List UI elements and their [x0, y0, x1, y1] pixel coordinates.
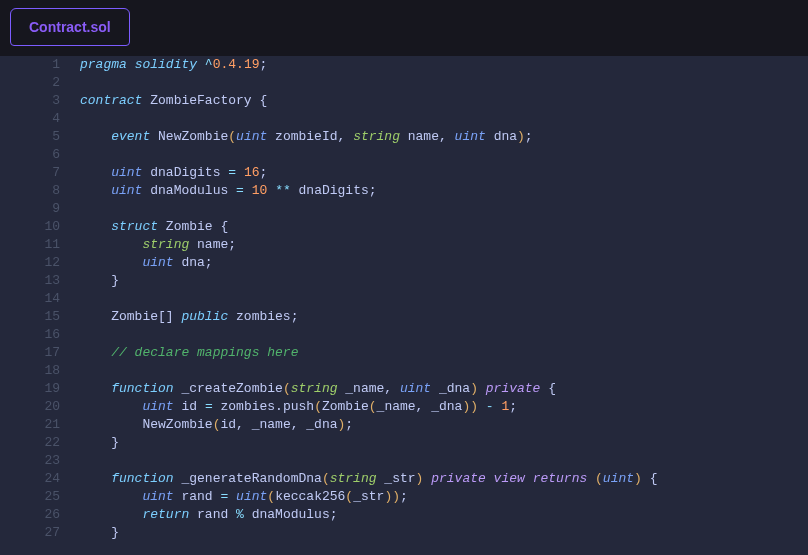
code-line[interactable]: 5 event NewZombie(uint zombieId, string …	[0, 128, 808, 146]
code-body: 1pragma solidity ^0.4.19;23contract Zomb…	[0, 56, 808, 542]
line-content: pragma solidity ^0.4.19;	[72, 56, 808, 74]
line-number: 25	[0, 488, 72, 506]
line-content: NewZombie(id, _name, _dna);	[72, 416, 808, 434]
code-line[interactable]: 12 uint dna;	[0, 254, 808, 272]
line-content: uint dnaModulus = 10 ** dnaDigits;	[72, 182, 808, 200]
line-content: // declare mappings here	[72, 344, 808, 362]
code-line[interactable]: 22 }	[0, 434, 808, 452]
code-editor[interactable]: 1pragma solidity ^0.4.19;23contract Zomb…	[0, 56, 808, 555]
line-number: 24	[0, 470, 72, 488]
line-number: 11	[0, 236, 72, 254]
line-number: 6	[0, 146, 72, 164]
line-content: function _createZombie(string _name, uin…	[72, 380, 808, 398]
line-number: 19	[0, 380, 72, 398]
code-line[interactable]: 10 struct Zombie {	[0, 218, 808, 236]
code-line[interactable]: 1pragma solidity ^0.4.19;	[0, 56, 808, 74]
line-number: 1	[0, 56, 72, 74]
line-number: 9	[0, 200, 72, 218]
line-number: 27	[0, 524, 72, 542]
line-content	[72, 200, 808, 218]
line-number: 23	[0, 452, 72, 470]
code-line[interactable]: 6	[0, 146, 808, 164]
line-content	[72, 326, 808, 344]
tab-bar: Contract.sol	[0, 0, 808, 56]
code-line[interactable]: 3contract ZombieFactory {	[0, 92, 808, 110]
code-line[interactable]: 24 function _generateRandomDna(string _s…	[0, 470, 808, 488]
line-number: 4	[0, 110, 72, 128]
line-content: }	[72, 524, 808, 542]
line-number: 8	[0, 182, 72, 200]
line-number: 14	[0, 290, 72, 308]
line-content: string name;	[72, 236, 808, 254]
line-content: contract ZombieFactory {	[72, 92, 808, 110]
code-line[interactable]: 15 Zombie[] public zombies;	[0, 308, 808, 326]
line-content: event NewZombie(uint zombieId, string na…	[72, 128, 808, 146]
line-content: function _generateRandomDna(string _str)…	[72, 470, 808, 488]
line-number: 18	[0, 362, 72, 380]
code-line[interactable]: 8 uint dnaModulus = 10 ** dnaDigits;	[0, 182, 808, 200]
line-number: 20	[0, 398, 72, 416]
line-number: 21	[0, 416, 72, 434]
line-number: 26	[0, 506, 72, 524]
line-number: 10	[0, 218, 72, 236]
code-line[interactable]: 21 NewZombie(id, _name, _dna);	[0, 416, 808, 434]
code-line[interactable]: 23	[0, 452, 808, 470]
code-line[interactable]: 18	[0, 362, 808, 380]
line-number: 2	[0, 74, 72, 92]
line-content	[72, 290, 808, 308]
code-line[interactable]: 2	[0, 74, 808, 92]
line-content: }	[72, 434, 808, 452]
line-content: }	[72, 272, 808, 290]
code-line[interactable]: 9	[0, 200, 808, 218]
line-content	[72, 452, 808, 470]
code-line[interactable]: 11 string name;	[0, 236, 808, 254]
code-line[interactable]: 14	[0, 290, 808, 308]
line-content: uint rand = uint(keccak256(_str));	[72, 488, 808, 506]
line-number: 7	[0, 164, 72, 182]
line-number: 12	[0, 254, 72, 272]
code-line[interactable]: 16	[0, 326, 808, 344]
line-number: 17	[0, 344, 72, 362]
tab-contract-sol[interactable]: Contract.sol	[10, 8, 130, 46]
code-line[interactable]: 7 uint dnaDigits = 16;	[0, 164, 808, 182]
line-number: 22	[0, 434, 72, 452]
line-content	[72, 362, 808, 380]
line-number: 5	[0, 128, 72, 146]
line-number: 13	[0, 272, 72, 290]
code-line[interactable]: 17 // declare mappings here	[0, 344, 808, 362]
line-content: uint dnaDigits = 16;	[72, 164, 808, 182]
line-content	[72, 110, 808, 128]
line-number: 16	[0, 326, 72, 344]
line-content: Zombie[] public zombies;	[72, 308, 808, 326]
code-line[interactable]: 19 function _createZombie(string _name, …	[0, 380, 808, 398]
code-line[interactable]: 26 return rand % dnaModulus;	[0, 506, 808, 524]
line-content	[72, 146, 808, 164]
code-line[interactable]: 27 }	[0, 524, 808, 542]
line-content: struct Zombie {	[72, 218, 808, 236]
line-number: 3	[0, 92, 72, 110]
line-content: uint dna;	[72, 254, 808, 272]
line-content: uint id = zombies.push(Zombie(_name, _dn…	[72, 398, 808, 416]
code-line[interactable]: 4	[0, 110, 808, 128]
code-line[interactable]: 20 uint id = zombies.push(Zombie(_name, …	[0, 398, 808, 416]
line-content	[72, 74, 808, 92]
line-content: return rand % dnaModulus;	[72, 506, 808, 524]
tab-label: Contract.sol	[29, 19, 111, 35]
line-number: 15	[0, 308, 72, 326]
code-line[interactable]: 13 }	[0, 272, 808, 290]
code-line[interactable]: 25 uint rand = uint(keccak256(_str));	[0, 488, 808, 506]
